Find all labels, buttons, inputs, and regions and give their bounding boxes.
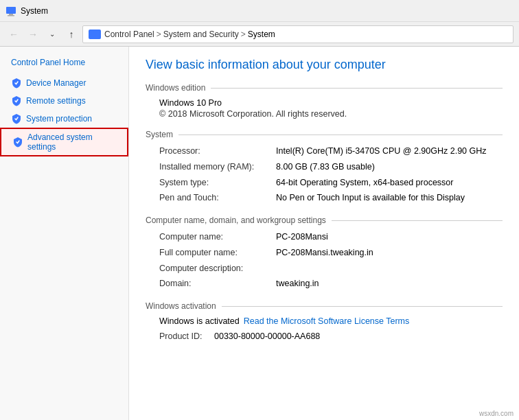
pen-touch-value: No Pen or Touch Input is available for t… xyxy=(276,191,503,205)
full-computer-name-label: Full computer name: xyxy=(159,246,276,259)
processor-value: Intel(R) Core(TM) i5-3470S CPU @ 2.90GHz… xyxy=(276,145,503,158)
shield-icon-remote-settings xyxy=(11,95,22,106)
product-id-row: Product ID: 00330-80000-00000-AA688 xyxy=(159,330,503,343)
svg-rect-0 xyxy=(6,7,16,14)
full-computer-name-value: PC-208Mansi.tweaking.in xyxy=(276,246,503,259)
table-row: Processor: Intel(R) Core(TM) i5-3470S CP… xyxy=(159,145,503,158)
address-bar: ← → ⌄ ↑ Control Panel > System and Secur… xyxy=(0,22,519,47)
forward-button[interactable]: → xyxy=(25,26,41,43)
system-section: System Processor: Intel(R) Core(TM) i5-3… xyxy=(146,130,503,205)
sidebar-item-advanced-settings-label: Advanced system settings xyxy=(27,132,116,152)
sidebar-home-link[interactable]: Control Panel Home xyxy=(0,55,128,74)
activation-status-row: Windows is activated Read the Microsoft … xyxy=(159,316,503,326)
content-area: View basic information about your comput… xyxy=(129,47,519,420)
table-row: Installed memory (RAM): 8.00 GB (7.83 GB… xyxy=(159,161,503,174)
system-header: System xyxy=(146,130,503,139)
breadcrumb: Control Panel > System and Security > Sy… xyxy=(82,25,514,43)
windows-edition-body: Windows 10 Pro © 2018 Microsoft Corporat… xyxy=(146,98,503,119)
shield-icon-advanced-settings xyxy=(12,137,23,148)
system-body: Processor: Intel(R) Core(TM) i5-3470S CP… xyxy=(146,145,503,205)
sidebar-item-remote-settings[interactable]: Remote settings xyxy=(0,92,128,110)
windows-edition-header: Windows edition xyxy=(146,83,503,93)
back-button[interactable]: ← xyxy=(5,26,22,43)
title-bar-text: System xyxy=(21,6,48,16)
system-title-icon xyxy=(5,5,16,16)
activation-header: Windows activation xyxy=(146,301,503,311)
sidebar-item-device-manager-label: Device Manager xyxy=(26,78,86,88)
up-icon: ↑ xyxy=(69,29,74,40)
recent-button[interactable]: ⌄ xyxy=(44,26,60,43)
breadcrumb-part-2[interactable]: System and Security xyxy=(163,30,239,39)
sidebar: Control Panel Home Device Manager Remote… xyxy=(0,47,129,420)
activation-body: Windows is activated Read the Microsoft … xyxy=(146,316,503,343)
domain-value: tweaking.in xyxy=(276,277,503,290)
computer-description-label: Computer description: xyxy=(159,262,276,275)
computer-name-body: Computer name: PC-208Mansi Full computer… xyxy=(146,231,503,290)
watermark: wsxdn.com xyxy=(479,410,514,417)
processor-label: Processor: xyxy=(159,145,276,158)
windows-copyright: © 2018 Microsoft Corporation. All rights… xyxy=(159,109,503,119)
svg-rect-2 xyxy=(8,15,14,16)
system-type-value: 64-bit Operating System, x64-based proce… xyxy=(276,176,503,189)
product-id-value: 00330-80000-00000-AA688 xyxy=(214,330,503,343)
activation-status-text: Windows is activated xyxy=(159,316,240,326)
breadcrumb-sep-2: > xyxy=(241,30,246,39)
back-icon: ← xyxy=(9,29,19,40)
shield-icon-device-manager xyxy=(11,78,22,89)
sidebar-item-advanced-system-settings[interactable]: Advanced system settings xyxy=(0,128,128,156)
table-row: Full computer name: PC-208Mansi.tweaking… xyxy=(159,246,503,259)
ram-label: Installed memory (RAM): xyxy=(159,161,276,174)
breadcrumb-part-1[interactable]: Control Panel xyxy=(104,30,154,39)
computer-name-section: Computer name, domain, and workgroup set… xyxy=(146,215,503,290)
table-row: Pen and Touch: No Pen or Touch Input is … xyxy=(159,191,503,205)
computer-name-header: Computer name, domain, and workgroup set… xyxy=(146,215,503,225)
title-bar: System xyxy=(0,0,519,22)
sidebar-item-system-protection-label: System protection xyxy=(26,114,92,124)
breadcrumb-monitor-icon xyxy=(89,30,101,39)
shield-icon-system-protection xyxy=(11,113,22,124)
breadcrumb-part-3: System xyxy=(248,30,275,39)
computer-name-value: PC-208Mansi xyxy=(276,231,503,244)
table-row: Computer name: PC-208Mansi xyxy=(159,231,503,244)
domain-label: Domain: xyxy=(159,277,276,290)
table-row: Domain: tweaking.in xyxy=(159,277,503,290)
computer-name-label: Computer name: xyxy=(159,231,276,244)
breadcrumb-sep-1: > xyxy=(157,30,161,39)
license-terms-link[interactable]: Read the Microsoft Software License Term… xyxy=(244,316,410,326)
forward-icon: → xyxy=(28,29,38,40)
table-row: System type: 64-bit Operating System, x6… xyxy=(159,176,503,189)
product-id-label: Product ID: xyxy=(159,330,214,343)
windows-edition-value: Windows 10 Pro xyxy=(159,98,503,108)
sidebar-item-remote-settings-label: Remote settings xyxy=(26,96,86,106)
computer-description-value xyxy=(276,262,503,275)
ram-value: 8.00 GB (7.83 GB usable) xyxy=(276,161,503,174)
main-layout: Control Panel Home Device Manager Remote… xyxy=(0,47,519,420)
windows-edition-section: Windows edition Windows 10 Pro © 2018 Mi… xyxy=(146,83,503,119)
system-type-label: System type: xyxy=(159,176,276,189)
table-row: Computer description: xyxy=(159,262,503,275)
page-title: View basic information about your comput… xyxy=(146,58,503,72)
windows-activation-section: Windows activation Windows is activated … xyxy=(146,301,503,343)
sidebar-item-device-manager[interactable]: Device Manager xyxy=(0,74,128,92)
recent-icon: ⌄ xyxy=(49,30,55,38)
sidebar-item-system-protection[interactable]: System protection xyxy=(0,110,128,128)
pen-touch-label: Pen and Touch: xyxy=(159,191,276,205)
svg-rect-1 xyxy=(9,14,13,15)
up-button[interactable]: ↑ xyxy=(63,26,80,43)
